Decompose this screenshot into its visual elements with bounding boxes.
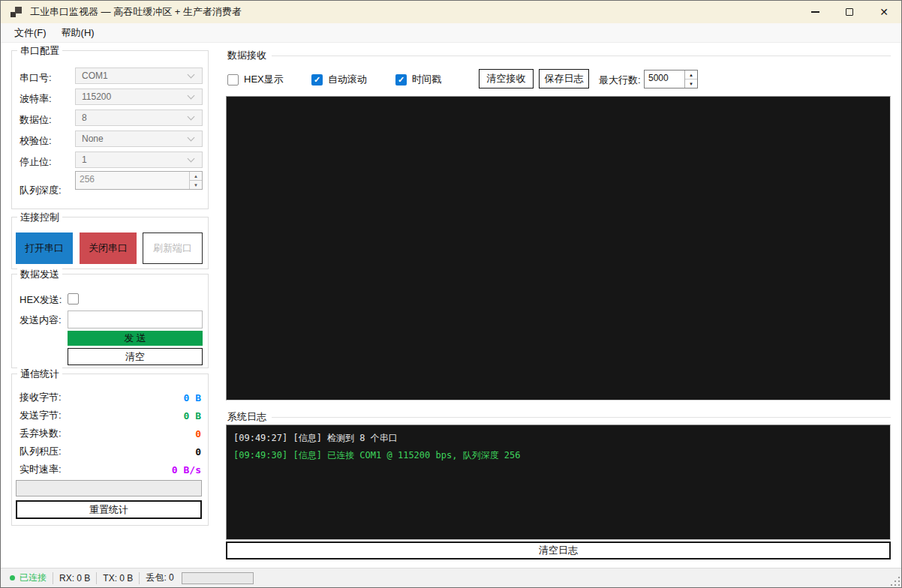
menu-item-file[interactable]: 文件(F) bbox=[7, 23, 54, 42]
stopbits-select[interactable]: 1 bbox=[75, 152, 203, 168]
resize-grip[interactable] bbox=[889, 575, 900, 586]
stat-row-rx: 接收字节: 0 B bbox=[20, 389, 201, 406]
stat-row-backlog: 队列积压: 0 bbox=[20, 443, 201, 460]
stat-backlog-value: 0 bbox=[195, 446, 201, 458]
stat-row-rate: 实时速率: 0 B/s bbox=[20, 461, 201, 478]
baud-value: 115200 bbox=[82, 92, 111, 102]
chevron-down-icon bbox=[188, 92, 195, 100]
group-connection-title: 连接控制 bbox=[17, 211, 62, 224]
group-send-title: 数据发送 bbox=[17, 268, 62, 281]
divider bbox=[96, 572, 97, 584]
hex-display-option[interactable]: HEX显示 bbox=[227, 73, 284, 86]
connection-status-icon bbox=[10, 575, 15, 580]
connection-status-text: 已连接 bbox=[20, 572, 47, 584]
stopbits-label: 停止位: bbox=[20, 155, 52, 169]
send-content-label: 发送内容: bbox=[20, 314, 62, 327]
group-serial-config-title: 串口配置 bbox=[17, 44, 62, 58]
databits-value: 8 bbox=[82, 112, 87, 123]
stat-rate-label: 实时速率: bbox=[20, 463, 62, 476]
minimize-icon bbox=[811, 11, 819, 13]
statusbar-rx: RX: 0 B bbox=[59, 573, 90, 584]
databits-label: 数据位: bbox=[20, 113, 52, 127]
group-send: 数据发送 HEX发送: 发送内容: 发 送 清空 bbox=[11, 274, 209, 368]
stats-progressbar bbox=[16, 480, 202, 496]
parity-value: None bbox=[82, 134, 104, 144]
port-value: COM1 bbox=[82, 70, 108, 81]
open-port-button[interactable]: 打开串口 bbox=[16, 232, 73, 264]
receive-section-header: 数据接收 bbox=[227, 49, 891, 62]
stat-dropped-value: 0 bbox=[195, 428, 201, 440]
close-button[interactable]: ✕ bbox=[867, 1, 901, 23]
menu-item-help[interactable]: 帮助(H) bbox=[54, 23, 102, 42]
clear-receive-button[interactable]: 清空接收 bbox=[479, 69, 534, 88]
spin-down-icon[interactable]: ▼ bbox=[190, 181, 202, 189]
port-label: 串口号: bbox=[20, 71, 52, 85]
receive-section-title: 数据接收 bbox=[227, 49, 272, 62]
timestamp-option[interactable]: ✓ 时间戳 bbox=[395, 73, 441, 86]
baud-label: 波特率: bbox=[20, 92, 52, 106]
autoscroll-label: 自动滚动 bbox=[328, 73, 367, 86]
receive-console[interactable] bbox=[226, 96, 891, 400]
timestamp-label: 时间戳 bbox=[412, 73, 441, 86]
divider bbox=[53, 572, 53, 584]
baud-select[interactable]: 115200 bbox=[75, 88, 203, 105]
max-lines-label: 最大行数: bbox=[599, 74, 641, 87]
spin-up-icon[interactable]: ▲ bbox=[685, 70, 697, 80]
reset-stats-button[interactable]: 重置统计 bbox=[16, 500, 202, 519]
divider bbox=[272, 56, 891, 56]
refresh-ports-button[interactable]: 刷新端口 bbox=[143, 232, 203, 264]
queue-depth-value: 256 bbox=[80, 174, 95, 184]
parity-select[interactable]: None bbox=[75, 130, 203, 147]
hex-display-checkbox[interactable] bbox=[227, 74, 239, 86]
stat-row-tx: 发送字节: 0 B bbox=[20, 407, 201, 424]
chevron-down-icon bbox=[188, 113, 195, 121]
app-icon bbox=[11, 6, 23, 18]
syslog-section-header: 系统日志 bbox=[227, 410, 891, 424]
group-serial-config: 串口配置 串口号: COM1 波特率: 115200 数据位: 8 校验位: N… bbox=[11, 50, 209, 209]
stat-rx-value: 0 B bbox=[184, 392, 201, 404]
stopbits-value: 1 bbox=[82, 154, 87, 165]
menu-bar: 文件(F) 帮助(H) bbox=[1, 23, 901, 43]
divider bbox=[139, 572, 140, 584]
statusbar-loss: 丢包: 0 bbox=[146, 572, 173, 584]
stat-rx-label: 接收字节: bbox=[20, 391, 62, 404]
maximize-icon bbox=[846, 8, 853, 16]
status-bar: 已连接 RX: 0 B TX: 0 B 丢包: 0 bbox=[1, 568, 901, 587]
syslog-section-title: 系统日志 bbox=[227, 410, 272, 424]
chevron-down-icon bbox=[188, 155, 195, 163]
minimize-button[interactable] bbox=[798, 1, 832, 23]
clear-log-button[interactable]: 清空日志 bbox=[226, 542, 891, 560]
log-line: [09:49:30] [信息] 已连接 COM1 @ 115200 bps, 队… bbox=[227, 447, 890, 464]
group-stats-title: 通信统计 bbox=[17, 368, 62, 381]
chevron-down-icon bbox=[188, 134, 195, 142]
stat-row-dropped: 丢弃块数: 0 bbox=[20, 425, 201, 442]
port-select[interactable]: COM1 bbox=[75, 68, 203, 84]
maximize-button[interactable] bbox=[832, 1, 867, 23]
close-port-button[interactable]: 关闭串口 bbox=[80, 232, 137, 264]
spin-down-icon[interactable]: ▼ bbox=[685, 80, 697, 88]
max-lines-value: 5000 bbox=[648, 73, 669, 83]
stat-tx-label: 发送字节: bbox=[20, 409, 62, 422]
queue-depth-label: 队列深度: bbox=[20, 184, 62, 197]
databits-select[interactable]: 8 bbox=[75, 110, 203, 126]
spin-up-icon[interactable]: ▲ bbox=[190, 172, 202, 181]
parity-label: 校验位: bbox=[20, 134, 52, 148]
title-bar: 工业串口监视器 — 高吞吐缓冲区 + 生产者消费者 ✕ bbox=[1, 1, 901, 23]
close-icon: ✕ bbox=[879, 7, 888, 17]
queue-depth-spinner[interactable]: 256 ▲ ▼ bbox=[75, 171, 203, 190]
clear-send-button[interactable]: 清空 bbox=[68, 348, 203, 365]
send-button[interactable]: 发 送 bbox=[68, 331, 203, 346]
stat-rate-value: 0 B/s bbox=[172, 464, 201, 476]
app-window: 工业串口监视器 — 高吞吐缓冲区 + 生产者消费者 ✕ 文件(F) 帮助(H) … bbox=[0, 0, 902, 588]
syslog-console[interactable]: [09:49:27] [信息] 检测到 8 个串口 [09:49:30] [信息… bbox=[226, 424, 891, 540]
autoscroll-checkbox[interactable]: ✓ bbox=[311, 74, 323, 86]
send-content-input[interactable] bbox=[68, 310, 203, 328]
save-log-button[interactable]: 保存日志 bbox=[539, 69, 589, 88]
stat-dropped-label: 丢弃块数: bbox=[20, 427, 62, 440]
stat-tx-value: 0 B bbox=[184, 410, 201, 422]
max-lines-spinner[interactable]: 5000 ▲ ▼ bbox=[644, 70, 698, 88]
autoscroll-option[interactable]: ✓ 自动滚动 bbox=[311, 73, 367, 86]
hex-send-checkbox[interactable] bbox=[68, 293, 79, 304]
timestamp-checkbox[interactable]: ✓ bbox=[395, 74, 407, 86]
hex-send-label: HEX发送: bbox=[20, 293, 62, 307]
